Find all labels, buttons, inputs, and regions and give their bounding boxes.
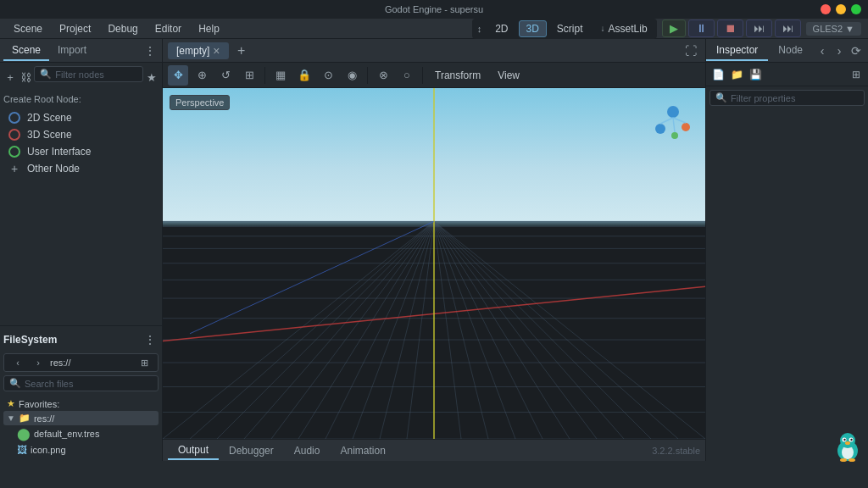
mascot-svg xyxy=(831,429,865,463)
fs-search-container: 🔍 xyxy=(3,375,159,391)
filter-nodes-input[interactable] xyxy=(55,69,137,80)
fs-default-env-label: default_env.tres xyxy=(34,429,99,439)
node-2d-scene[interactable]: 2D Scene xyxy=(3,109,159,126)
maximize-button[interactable] xyxy=(851,4,861,14)
minimize-button[interactable] xyxy=(836,4,846,14)
tab-animation[interactable]: Animation xyxy=(330,442,395,459)
fs-item-res[interactable]: ▼ 📁 res:// xyxy=(3,411,159,425)
mode-script-button[interactable]: Script xyxy=(549,20,591,37)
viewport-3d[interactable]: Perspective xyxy=(163,88,705,439)
inspector-folder-button[interactable]: 📁 xyxy=(728,66,745,83)
tool-rotate[interactable]: ↺ xyxy=(215,65,236,86)
viewport-tab-label: [empty] xyxy=(176,45,209,57)
menu-help[interactable]: Help xyxy=(192,21,226,36)
fs-item-icon-png[interactable]: 🖼 icon.png xyxy=(3,442,159,458)
inspector-tab-extra: ‹ › ⟳ xyxy=(814,42,868,59)
tool-lock[interactable]: 🔒 xyxy=(294,65,314,86)
fs-favorites-label: ★ Favorites: xyxy=(3,396,159,411)
fs-search-input[interactable] xyxy=(25,379,153,389)
scene-tree: + ⛓ 🔍 ★ Create Root Node: 2D Scene 3D Sc… xyxy=(0,63,162,325)
svg-point-15 xyxy=(840,458,847,462)
fs-back-button[interactable]: ‹ xyxy=(9,354,26,371)
filter-properties-container: 🔍 xyxy=(709,90,865,106)
perspective-label[interactable]: Perspective xyxy=(170,95,230,110)
menu-transform[interactable]: Transform xyxy=(428,68,487,83)
filter-search-icon: 🔍 xyxy=(40,69,52,80)
center-area: [empty] × + ⛶ ✥ ⊕ ↺ ⊞ ▦ 🔒 ⊙ ◉ ⊗ ○ Transf… xyxy=(163,39,705,461)
node-other[interactable]: + Other Node xyxy=(3,160,159,177)
tab-output[interactable]: Output xyxy=(168,441,219,460)
tool-select[interactable]: ✥ xyxy=(168,65,188,86)
menu-scene[interactable]: Scene xyxy=(7,21,49,36)
scene-toolbar: + ⛓ 🔍 ★ xyxy=(3,66,159,89)
step-button[interactable]: ⏭ xyxy=(746,19,772,37)
fs-layout-toggle[interactable]: ⊞ xyxy=(136,354,153,371)
inspector-back-button[interactable]: ‹ xyxy=(814,42,831,59)
mode-3d-button[interactable]: 3D xyxy=(519,20,547,37)
tool-local-space[interactable]: ▦ xyxy=(270,65,291,86)
node-other-icon: + xyxy=(8,163,20,175)
viewport-toolbar: ✥ ⊕ ↺ ⊞ ▦ 🔒 ⊙ ◉ ⊗ ○ Transform View xyxy=(163,63,705,88)
stop-button[interactable]: ⏹ xyxy=(717,19,743,37)
viewport-tab-empty[interactable]: [empty] × xyxy=(168,42,229,59)
inspector-forward-button[interactable]: › xyxy=(831,42,848,59)
inspector-layout-button[interactable]: ⊞ xyxy=(848,66,865,83)
pause-button[interactable]: ⏸ xyxy=(688,19,715,37)
tool-visibility[interactable]: ◉ xyxy=(342,65,362,86)
close-button[interactable] xyxy=(821,4,831,14)
mode-2d-button[interactable]: 2D xyxy=(487,20,515,37)
play-button[interactable]: ▶ xyxy=(662,19,686,37)
fs-forward-button[interactable]: › xyxy=(30,354,47,371)
fs-icon-png-label: icon.png xyxy=(31,445,66,455)
viewport-add-tab-button[interactable]: + xyxy=(232,42,251,60)
svg-point-12 xyxy=(843,439,845,441)
gles-badge[interactable]: GLES2 ▼ xyxy=(806,22,861,36)
filter-properties-search-icon: 🔍 xyxy=(715,92,727,103)
tab-audio[interactable]: Audio xyxy=(284,442,331,459)
window-title: Godot Engine - supersu xyxy=(385,4,483,14)
viewport-tab-close[interactable]: × xyxy=(213,45,220,57)
favorites-label: Favorites: xyxy=(19,399,59,409)
fs-item-default-env[interactable]: ⬤ default_env.tres xyxy=(3,425,159,442)
favorite-node-button[interactable]: ★ xyxy=(145,69,159,87)
link-node-button[interactable]: ⛓ xyxy=(19,69,32,87)
tab-inspector[interactable]: Inspector xyxy=(706,41,768,61)
filter-properties-input[interactable] xyxy=(731,93,859,103)
node-ui-icon xyxy=(8,146,20,158)
menu-editor[interactable]: Editor xyxy=(148,21,188,36)
mode-assetlib-button[interactable]: ↓ AssetLib xyxy=(593,20,655,37)
filesystem-header: FileSystem ⋮ xyxy=(3,330,159,350)
tool-move[interactable]: ⊕ xyxy=(192,65,212,86)
node-user-interface[interactable]: User Interface xyxy=(3,143,159,160)
inspector-options-icon[interactable]: ⟳ xyxy=(848,42,865,59)
inspector-doc-button[interactable]: 📄 xyxy=(709,66,726,83)
left-panel: Scene Import ⋮ + ⛓ 🔍 ★ Create Root Node:… xyxy=(0,39,163,461)
mascot xyxy=(831,429,865,463)
menu-project[interactable]: Project xyxy=(53,21,97,36)
tool-scale[interactable]: ⊞ xyxy=(239,65,259,86)
svg-point-1 xyxy=(655,124,665,134)
play-scene-button[interactable]: ⏭ xyxy=(775,19,801,37)
node-3d-icon xyxy=(8,129,20,141)
tab-debugger[interactable]: Debugger xyxy=(219,442,284,459)
tool-camera[interactable]: ○ xyxy=(397,65,417,86)
tab-import[interactable]: Import xyxy=(49,41,95,61)
viewport-expand-button[interactable]: ⛶ xyxy=(682,42,700,60)
menu-view[interactable]: View xyxy=(491,68,526,83)
menu-debug[interactable]: Debug xyxy=(101,21,144,36)
viewport-tabs: [empty] × + ⛶ xyxy=(163,39,705,63)
tool-snap[interactable]: ⊗ xyxy=(373,65,393,86)
add-node-button[interactable]: + xyxy=(3,69,17,87)
node-2d-icon xyxy=(8,112,20,124)
inspector-save-button[interactable]: 💾 xyxy=(747,66,764,83)
scene-options-icon[interactable]: ⋮ xyxy=(142,42,159,59)
svg-point-13 xyxy=(850,439,852,441)
toolbar-sep-2 xyxy=(367,67,368,84)
tab-node[interactable]: Node xyxy=(768,41,813,61)
tool-group[interactable]: ⊙ xyxy=(318,65,338,86)
tab-scene[interactable]: Scene xyxy=(3,41,49,61)
node-3d-scene[interactable]: 3D Scene xyxy=(3,126,159,143)
svg-point-9 xyxy=(840,433,855,448)
fs-options-icon[interactable]: ⋮ xyxy=(142,331,159,348)
fs-search-icon: 🔍 xyxy=(9,378,21,389)
